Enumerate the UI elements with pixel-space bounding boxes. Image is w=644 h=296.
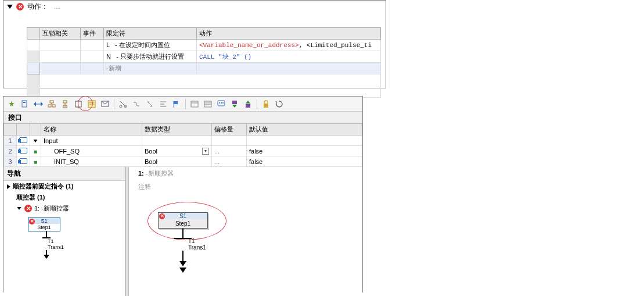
expand-icon[interactable] — [17, 207, 21, 210]
col-default[interactable]: 默认值 — [247, 124, 362, 135]
cell-default[interactable] — [247, 135, 362, 146]
cell-dtype[interactable] — [142, 135, 212, 146]
svg-point-21 — [120, 105, 122, 108]
cell-offset[interactable]: ... — [212, 156, 247, 167]
nav-pre-label: 顺控器前固定指令 (1) — [13, 182, 74, 191]
col-dtype[interactable]: 数据类型 — [142, 124, 212, 135]
cell-interlock[interactable] — [40, 63, 81, 74]
io-tag-icon — [19, 137, 27, 143]
svg-rect-6 — [50, 101, 53, 103]
col-action[interactable]: 动作 — [197, 28, 381, 40]
cell-event[interactable] — [81, 40, 104, 51]
cell-dtype[interactable]: Bool — [142, 156, 212, 167]
tb-down[interactable] — [229, 98, 240, 110]
cell-name[interactable]: INIT_SQ — [41, 156, 142, 167]
canvas-title-n: 1: — [138, 170, 144, 177]
tb-break[interactable] — [131, 98, 142, 110]
svg-rect-47 — [264, 104, 268, 108]
col-event[interactable]: 事件 — [81, 28, 104, 40]
cell-offset[interactable]: ... — [212, 146, 247, 156]
col-qualifier[interactable]: 限定符 — [104, 28, 197, 40]
tb-align[interactable] — [157, 98, 169, 110]
cell-default[interactable]: false — [247, 146, 362, 156]
cell-io-icon — [17, 135, 30, 146]
thumb-t1lbl: Trans1 — [48, 244, 64, 250]
cell-action[interactable]: CALL "块_2" () — [197, 51, 381, 63]
action-add-row[interactable]: -新增 — [27, 63, 381, 74]
sfc-thumbnail[interactable]: ✕ S1 Step1 T1 Trans1 — [28, 217, 65, 259]
cell-dtype[interactable]: Bool ▾ — [142, 146, 212, 156]
step-box[interactable]: ✕ S1 Step1 — [158, 212, 208, 229]
cell-qualifier[interactable]: L - 在设定时间内置位 — [104, 40, 197, 51]
svg-rect-34 — [191, 101, 198, 107]
nav-seq-item[interactable]: ✕ 1: -新顺控器 — [3, 203, 125, 214]
tb-up[interactable] — [242, 98, 254, 110]
thumb-stem — [46, 231, 47, 237]
svg-rect-2 — [23, 102, 26, 103]
tb-hscroll[interactable] — [33, 98, 44, 110]
collapse-icon[interactable] — [7, 5, 13, 9]
tb-hier1[interactable] — [46, 98, 57, 110]
thumb-s1lbl: Step1 — [28, 224, 60, 231]
tb-rows1[interactable] — [189, 98, 200, 110]
cell-offset[interactable] — [212, 135, 247, 146]
action-row[interactable]: L - 在设定时间内置位 <Variable_name_or_address>,… — [27, 40, 381, 51]
cell-add[interactable]: -新增 — [104, 63, 197, 74]
action-var: <Variable_name_or_address> — [199, 42, 299, 49]
tb-flag[interactable] — [171, 98, 182, 110]
row-lead[interactable] — [27, 40, 40, 51]
cell-event[interactable] — [81, 63, 104, 74]
cell-interlock[interactable] — [40, 40, 81, 51]
cell-name[interactable]: Input — [41, 135, 142, 146]
iface-row-var[interactable]: 2 ■ OFF_SQ Bool ▾ ... false — [4, 146, 362, 156]
tb-refresh[interactable] — [274, 98, 285, 110]
qual-letter: L — [106, 41, 110, 48]
iface-row-var[interactable]: 3 ■ INIT_SQ Bool ... false — [4, 156, 362, 167]
io-tag-icon — [19, 148, 27, 154]
step-stem — [182, 229, 184, 238]
cell-action[interactable]: <Variable_name_or_address>, <Limited_pul… — [197, 40, 381, 51]
cell-empty — [40, 74, 381, 98]
cell-expand[interactable] — [30, 135, 41, 146]
interface-table: 名称 数据类型 偏移量 默认值 1 Input 2 ■ OFF_SQ — [3, 123, 362, 167]
tb-step[interactable] — [73, 98, 84, 110]
cell-event[interactable] — [81, 51, 104, 63]
canvas[interactable]: 1: -新顺控器 注释 ✕ S1 Step1 — [129, 167, 362, 296]
iface-row-folder[interactable]: 1 Input — [4, 135, 362, 146]
actions-panel: ✕ 动作： .... 互锁相关 事件 限定符 动作 L - 在设定时间内置位 — [3, 0, 386, 88]
cell-interlock[interactable] — [40, 51, 81, 63]
action-row[interactable]: N - 只要步活动就进行设置 CALL "块_2" () — [27, 51, 381, 63]
col-offset[interactable]: 偏移量 — [212, 124, 247, 135]
cell-default[interactable]: false — [247, 156, 362, 167]
cell-qualifier[interactable]: N - 只要步活动就进行设置 — [104, 51, 197, 63]
actions-header[interactable]: ✕ 动作： .... — [3, 1, 386, 13]
interface-header[interactable]: 接口 — [3, 112, 362, 123]
row-lead[interactable] — [27, 51, 40, 63]
thumb-t1: T1 — [48, 238, 54, 244]
tb-mail[interactable] — [99, 98, 111, 110]
nav-sqc-item[interactable]: 顺控器 (1) — [3, 192, 125, 203]
tb-link[interactable] — [144, 98, 156, 110]
tb-wizard[interactable] — [6, 98, 17, 110]
dropdown-icon[interactable]: ▾ — [202, 148, 209, 155]
svg-marker-0 — [9, 101, 15, 106]
row-lead[interactable] — [27, 63, 40, 74]
tb-lock[interactable] — [260, 98, 272, 110]
tb-bookmark[interactable] — [19, 98, 31, 110]
cell-name[interactable]: OFF_SQ — [41, 146, 142, 156]
col-interlock[interactable]: 互锁相关 — [40, 28, 81, 40]
cell-action[interactable] — [197, 63, 381, 74]
tb-cut[interactable] — [117, 98, 129, 110]
trans-t1lbl: Trans1 — [188, 244, 206, 251]
tb-hier2[interactable] — [59, 98, 71, 110]
canvas-step[interactable]: ✕ S1 Step1 T1 Trans1 — [158, 212, 208, 273]
tb-bubble[interactable] — [215, 98, 227, 110]
col-lead — [27, 28, 40, 40]
expand-icon[interactable] — [7, 184, 10, 189]
tb-rows2[interactable] — [202, 98, 214, 110]
col-name[interactable]: 名称 — [41, 124, 142, 135]
canvas-comment[interactable]: 注释 — [129, 180, 362, 194]
lower-split: 导航 顺控器前固定指令 (1) 顺控器 (1) ✕ 1: -新顺控器 — [3, 167, 362, 296]
tb-props[interactable] — [86, 98, 98, 110]
nav-pre-item[interactable]: 顺控器前固定指令 (1) — [3, 181, 125, 192]
